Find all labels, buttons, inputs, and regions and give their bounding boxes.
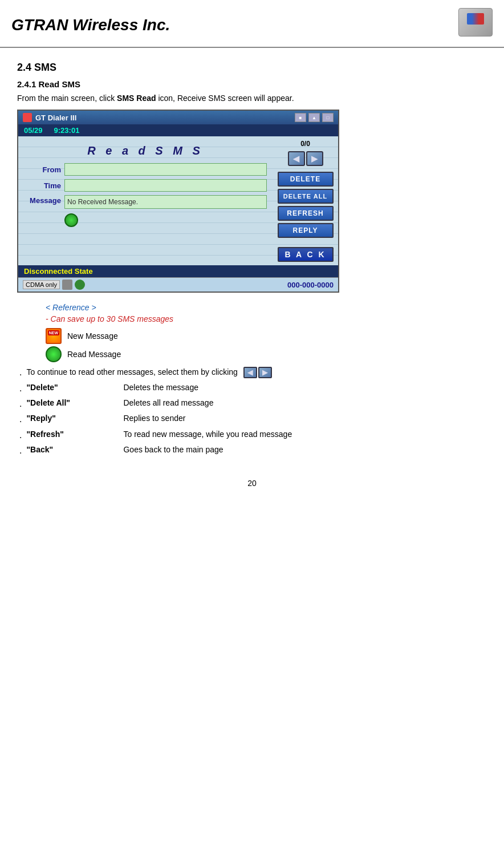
sms-bottom-bar: CDMA only 000-000-0000 [18,277,338,292]
bullet-item-4: . "Reply" Replies to sender [17,414,487,424]
bullet-key-2: "Delete" [26,383,100,392]
intro-post: icon, Receive SMS screen will appear. [156,94,294,103]
delete-button[interactable]: DELETE [278,172,334,187]
bullet-item-3: . "Delete All" Deletes all read message [17,398,487,409]
message-label: Message [24,195,61,205]
bullet-item-1: . To continue to read other messages, se… [17,367,487,378]
bullet-content-5: "Refresh" To read new message, while you… [26,430,487,439]
new-message-label: New Message [67,331,118,341]
titlebar-icon-3: □ [322,113,334,122]
bullet-dot-1: . [19,367,22,378]
reference-section: < Reference > - Can save up to 30 SMS me… [17,303,487,362]
read-sms-heading: R e a d S M S [24,141,267,163]
bullet-key-4: "Reply" [26,414,100,423]
main-content: 2.4 SMS 2.4.1 Read SMS From the main scr… [0,48,504,499]
sms-time: 9:23:01 [54,126,80,135]
page-number: 20 [17,479,487,488]
bullet-dot-3: . [19,398,22,409]
from-row: From [24,163,267,176]
titlebar-icons: ■ ▲ □ [295,113,334,122]
bullet-text-1: To continue to read other messages, sele… [26,367,237,377]
sms-right-panel: 0/0 ◀ ▶ DELETE DELETE ALL REFRESH REPLY … [273,136,338,265]
nav-arrows-inline: ◀ ▶ [243,367,272,378]
time-label: Time [24,181,61,190]
status-text: Disconnected State [24,267,93,276]
bullet-dot-5: . [19,430,22,440]
bullet-dot-6: . [19,445,22,456]
company-title: GTRAN Wireless Inc. [11,16,170,34]
refresh-button[interactable]: REFRESH [278,206,334,221]
titlebar-left: GT Dialer III [23,113,76,122]
prev-arrow[interactable]: ◀ [288,151,305,166]
bullet-val-3: Deletes all read message [123,398,213,407]
cdma-select[interactable]: CDMA only [23,280,60,289]
time-row: Time [24,179,267,192]
titlebar-title: GT Dialer III [35,114,76,122]
time-input [64,179,267,192]
titlebar-icon-1: ■ [295,113,306,122]
logo-card [458,8,493,37]
read-message-icon [46,346,62,362]
sms-screen-mockup: GT Dialer III ■ ▲ □ 05/29 9:23:01 R e a … [17,110,339,293]
intro-pre: From the main screen, click [17,94,117,103]
bullet-val-6: Goes back to the main page [123,445,223,454]
sms-left-panel: R e a d S M S From Time Message No [18,136,273,265]
titlebar-icon-2: ▲ [308,113,320,122]
bullet-item-6: . "Back" Goes back to the main page [17,445,487,456]
next-arrow[interactable]: ▶ [306,151,323,166]
new-message-row: New Message [46,328,487,344]
sms-status-bar: Disconnected State [18,265,338,277]
bullet-key-3: "Delete All" [26,398,100,407]
delete-all-button[interactable]: DELETE ALL [278,189,334,204]
bullet-content-2: "Delete" Deletes the message [26,383,487,392]
prev-arrow-inline: ◀ [243,367,257,378]
intro-bold: SMS Read [117,94,156,103]
message-box: No Received Message. [64,195,267,209]
nav-arrows: ◀ ▶ [288,151,323,166]
intro-text: From the main screen, click SMS Read ico… [17,94,487,103]
title-icon [23,113,32,122]
sms-body: R e a d S M S From Time Message No [18,136,338,265]
bullet-key-5: "Refresh" [26,430,100,439]
bullet-dot-2: . [19,383,22,394]
bottom-icon-2 [75,280,85,290]
bullet-list: . To continue to read other messages, se… [17,367,487,456]
from-input [64,163,267,176]
read-message-label: Read Message [67,350,121,359]
section-title: 2.4 SMS [17,62,487,74]
bullet-val-5: To read new message, while you read mess… [123,430,292,439]
sms-date: 05/29 [24,126,43,135]
bottom-left: CDMA only [23,280,85,290]
back-button[interactable]: B A C K [278,247,334,262]
bottom-icon-1 [62,280,72,290]
reply-button[interactable]: REPLY [278,223,334,238]
subsection-title: 2.4.1 Read SMS [17,79,487,89]
bullet-key-6: "Back" [26,445,100,454]
bullet-content-3: "Delete All" Deletes all read message [26,398,487,407]
sms-counter: 0/0 [300,140,310,148]
message-text: No Received Message. [67,198,138,206]
next-arrow-inline: ▶ [258,367,272,378]
read-message-row: Read Message [46,346,487,362]
bullet-val-2: Deletes the message [123,383,198,392]
bullet-dot-4: . [19,414,22,424]
message-section: Message No Received Message. [24,195,267,227]
bullet-content-6: "Back" Goes back to the main page [26,445,487,454]
bullet-item-5: . "Refresh" To read new message, while y… [17,430,487,440]
reference-header: < Reference > [46,303,487,312]
bullet-content-1: To continue to read other messages, sele… [26,367,271,378]
from-label: From [24,165,61,174]
page-header: GTRAN Wireless Inc. [0,0,504,48]
reference-subtext: - Can save up to 30 SMS messages [46,314,487,323]
sms-titlebar: GT Dialer III ■ ▲ □ [18,111,338,124]
sms-datetime-bar: 05/29 9:23:01 [18,124,338,136]
bullet-content-4: "Reply" Replies to sender [26,414,487,423]
message-status-icon [64,213,78,227]
bullet-item-2: . "Delete" Deletes the message [17,383,487,394]
new-message-icon [46,328,62,344]
company-logo [447,8,493,42]
bottom-phone: 000-000-0000 [287,281,334,289]
bullet-val-4: Replies to sender [123,414,185,423]
